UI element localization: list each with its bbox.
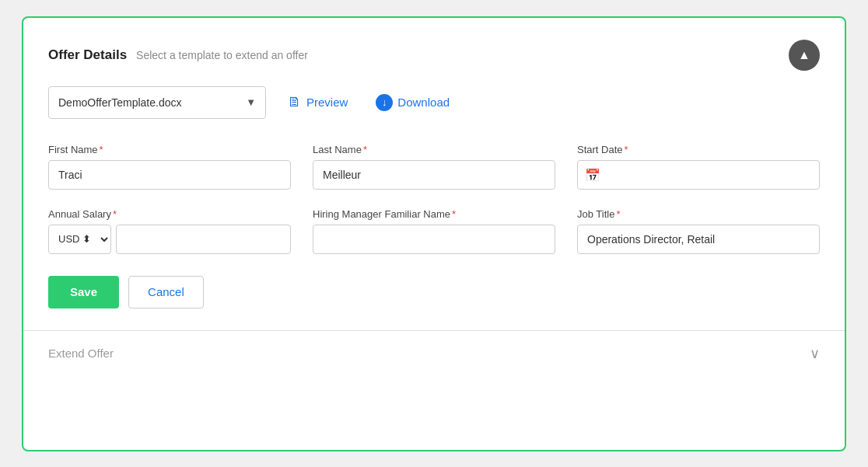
salary-row: USD ⬍ bbox=[48, 225, 291, 254]
first-name-label: First Name* bbox=[48, 144, 291, 155]
annual-salary-label: Annual Salary* bbox=[48, 208, 291, 220]
first-name-input[interactable] bbox=[48, 160, 291, 190]
currency-select[interactable]: USD ⬍ bbox=[48, 225, 111, 254]
required-star: * bbox=[625, 144, 628, 155]
job-title-input[interactable] bbox=[577, 225, 820, 254]
last-name-label: Last Name* bbox=[313, 144, 555, 155]
download-button[interactable]: ↓ Download bbox=[369, 91, 456, 114]
required-star: * bbox=[113, 208, 117, 220]
last-name-input[interactable] bbox=[313, 160, 555, 190]
button-row: Save Cancel bbox=[48, 276, 820, 308]
collapse-button[interactable]: ▲ bbox=[789, 40, 820, 71]
start-date-input[interactable] bbox=[577, 160, 820, 190]
header-row: Offer Details Select a template to exten… bbox=[48, 40, 820, 71]
chevron-down-icon[interactable]: ∨ bbox=[810, 345, 820, 362]
last-name-group: Last Name* bbox=[313, 144, 555, 190]
footer-title: Extend Offer bbox=[48, 347, 114, 360]
save-button[interactable]: Save bbox=[48, 276, 119, 308]
card-footer: Extend Offer ∨ bbox=[23, 330, 845, 376]
template-selected-text: DemoOfferTemplate.docx bbox=[58, 96, 181, 109]
required-star: * bbox=[616, 208, 620, 220]
hiring-manager-input[interactable] bbox=[313, 225, 555, 254]
form-grid: First Name* Last Name* Start Date* 📅 bbox=[48, 144, 820, 254]
header-left: Offer Details Select a template to exten… bbox=[48, 47, 308, 63]
date-input-wrapper: 📅 bbox=[577, 160, 820, 190]
first-name-group: First Name* bbox=[48, 144, 291, 190]
template-row: DemoOfferTemplate.docx ▼ 🗎 Preview ↓ Dow… bbox=[48, 86, 820, 119]
job-title-label: Job Title* bbox=[577, 208, 820, 220]
required-star: * bbox=[452, 208, 456, 220]
start-date-group: Start Date* 📅 bbox=[577, 144, 820, 190]
preview-icon: 🗎 bbox=[288, 94, 302, 110]
dropdown-arrow-icon: ▼ bbox=[246, 96, 256, 108]
hiring-manager-group: Hiring Manager Familiar Name* bbox=[313, 208, 555, 254]
preview-label: Preview bbox=[306, 96, 348, 109]
cancel-button[interactable]: Cancel bbox=[128, 276, 204, 308]
chevron-up-icon: ▲ bbox=[798, 48, 810, 62]
section-title: Offer Details bbox=[48, 47, 127, 63]
required-star: * bbox=[363, 144, 367, 155]
annual-salary-group: Annual Salary* USD ⬍ bbox=[48, 208, 291, 254]
offer-details-card: Offer Details Select a template to exten… bbox=[22, 16, 846, 451]
preview-button[interactable]: 🗎 Preview bbox=[282, 91, 354, 113]
start-date-label: Start Date* bbox=[577, 144, 820, 155]
template-dropdown[interactable]: DemoOfferTemplate.docx ▼ bbox=[48, 86, 266, 119]
job-title-group: Job Title* bbox=[577, 208, 820, 254]
card-body: Offer Details Select a template to exten… bbox=[23, 18, 845, 308]
download-icon: ↓ bbox=[376, 94, 393, 111]
required-star: * bbox=[100, 144, 103, 155]
hiring-manager-label: Hiring Manager Familiar Name* bbox=[313, 208, 555, 220]
download-label: Download bbox=[397, 96, 450, 109]
salary-input[interactable] bbox=[116, 225, 291, 254]
section-subtitle: Select a template to extend an offer bbox=[136, 49, 308, 61]
